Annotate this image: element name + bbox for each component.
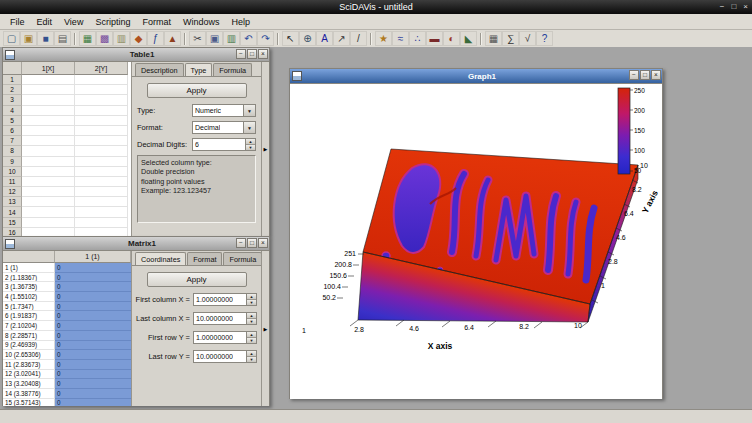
matrix-cell-selected[interactable]: 0 xyxy=(55,311,131,321)
matrix-cell-selected[interactable]: 0 xyxy=(55,360,131,370)
matrix-row-label[interactable]: 14 (3.38776) xyxy=(3,389,55,399)
matrix-column-header[interactable]: 1 (1) xyxy=(55,251,131,263)
add-text-button[interactable]: A xyxy=(316,31,333,46)
spin-down-icon[interactable]: ▼ xyxy=(247,338,256,343)
table-cell[interactable] xyxy=(22,177,75,187)
matrix-row-label[interactable]: 12 (3.02041) xyxy=(3,370,55,380)
matrix-cell-selected[interactable]: 0 xyxy=(55,331,131,341)
row-number[interactable]: 8 xyxy=(3,146,22,156)
matrix-panel-tab[interactable]: Coordinates xyxy=(135,252,186,265)
new-function-plot-button[interactable]: ƒ xyxy=(147,31,164,46)
matrix-row-label[interactable]: 5 (1.7347) xyxy=(3,302,55,312)
coordinate-spinbox[interactable]: 10.0000000 ▲▼ xyxy=(193,350,257,363)
table-cell[interactable] xyxy=(75,157,128,167)
surface-3d-plot[interactable]: 251 200.8 150.6 100.4 50.2 1 2.8 4.6 6.4… xyxy=(290,84,658,398)
save-project-button[interactable]: ■ xyxy=(37,31,54,46)
table1-titlebar[interactable]: Table1 − □ × xyxy=(3,48,269,62)
matrix-cell-selected[interactable]: 0 xyxy=(55,389,131,399)
matrix-row-label[interactable]: 6 (1.91837) xyxy=(3,311,55,321)
row-number[interactable]: 7 xyxy=(3,136,22,146)
matrix-panel-tab[interactable]: Formula xyxy=(223,252,262,265)
paste-button[interactable]: ▥ xyxy=(223,31,240,46)
sum-button[interactable]: ∑ xyxy=(502,31,519,46)
matrix-row-label[interactable]: 7 (2.10204) xyxy=(3,321,55,331)
matrix-row-label[interactable]: 11 (2.83673) xyxy=(3,360,55,370)
table-cell[interactable] xyxy=(22,126,75,136)
menu-item[interactable]: Windows xyxy=(177,14,226,29)
close-icon[interactable]: × xyxy=(743,0,748,14)
plot-wizard-button[interactable]: ★ xyxy=(375,31,392,46)
table-cell[interactable] xyxy=(75,146,128,156)
cut-button[interactable]: ✂ xyxy=(189,31,206,46)
graph1-minimize-button[interactable]: − xyxy=(629,70,639,80)
matrix-cell-selected[interactable]: 0 xyxy=(55,399,131,406)
table-cell[interactable] xyxy=(22,228,75,236)
matrix-cell-selected[interactable]: 0 xyxy=(55,341,131,351)
row-number[interactable]: 6 xyxy=(3,126,22,136)
table-cell[interactable] xyxy=(75,136,128,146)
print-button[interactable]: ▤ xyxy=(54,31,71,46)
matrix-row-label[interactable]: 15 (3.57143) xyxy=(3,399,55,406)
coordinate-spinbox[interactable]: 1.00000000 ▲▼ xyxy=(193,331,257,344)
matrix-row-label[interactable]: 13 (3.20408) xyxy=(3,379,55,389)
table-cell[interactable] xyxy=(75,85,128,95)
undo-button[interactable]: ↶ xyxy=(240,31,257,46)
table-column-header-x[interactable]: 1[X] xyxy=(22,62,75,75)
graph1-titlebar[interactable]: Graph1 − □ × xyxy=(290,69,662,84)
matrix1-close-button[interactable]: × xyxy=(258,238,268,248)
column-panel-tab[interactable]: Formula xyxy=(213,63,252,76)
table-cell[interactable] xyxy=(75,187,128,197)
table-options-button[interactable]: ▦ xyxy=(485,31,502,46)
plot-line-button[interactable]: ≈ xyxy=(392,31,409,46)
recalculate-button[interactable]: √ xyxy=(519,31,536,46)
row-number[interactable]: 10 xyxy=(3,167,22,177)
table-cell[interactable] xyxy=(22,167,75,177)
table-cell[interactable] xyxy=(22,218,75,228)
graph1-canvas[interactable]: 251 200.8 150.6 100.4 50.2 1 2.8 4.6 6.4… xyxy=(290,84,662,399)
coordinate-spinbox[interactable]: 10.0000000 ▲▼ xyxy=(193,312,257,325)
chevron-down-icon[interactable]: ▼ xyxy=(243,122,255,133)
table-cell[interactable] xyxy=(75,95,128,105)
row-number[interactable]: 2 xyxy=(3,85,22,95)
row-number[interactable]: 13 xyxy=(3,197,22,207)
new-project-button[interactable]: ▢ xyxy=(3,31,20,46)
menu-item[interactable]: Format xyxy=(136,14,177,29)
copy-button[interactable]: ▣ xyxy=(206,31,223,46)
spin-down-icon[interactable]: ▼ xyxy=(246,145,255,150)
matrix-cell-selected[interactable]: 0 xyxy=(55,379,131,389)
table-cell[interactable] xyxy=(22,85,75,95)
table-corner-cell[interactable] xyxy=(3,62,22,75)
matrix-cell-selected[interactable]: 0 xyxy=(55,302,131,312)
row-number[interactable]: 9 xyxy=(3,157,22,167)
table-cell[interactable] xyxy=(22,197,75,207)
type-combobox[interactable]: Numeric ▼ xyxy=(192,104,256,117)
apply-button[interactable]: Apply xyxy=(147,272,247,287)
panel-collapse-handle[interactable]: ▶ xyxy=(261,251,269,406)
row-number[interactable]: 12 xyxy=(3,187,22,197)
new-3d-plot-button[interactable]: ▲ xyxy=(164,31,181,46)
menu-item[interactable]: Scripting xyxy=(89,14,136,29)
table-column-header-y[interactable]: 2[Y] xyxy=(75,62,128,75)
matrix-row-label[interactable]: 9 (2.46939) xyxy=(3,341,55,351)
coordinate-spinbox[interactable]: 1.00000000 ▲▼ xyxy=(193,293,257,306)
plot-scatter-button[interactable]: ∴ xyxy=(409,31,426,46)
matrix-cell-selected[interactable]: 0 xyxy=(55,292,131,302)
row-number[interactable]: 14 xyxy=(3,207,22,217)
new-matrix-button[interactable]: ▩ xyxy=(96,31,113,46)
spin-down-icon[interactable]: ▼ xyxy=(247,319,256,324)
table-cell[interactable] xyxy=(22,136,75,146)
table-cell[interactable] xyxy=(22,106,75,116)
table-cell[interactable] xyxy=(22,75,75,85)
redo-button[interactable]: ↷ xyxy=(257,31,274,46)
plot-bar-button[interactable]: ▬ xyxy=(426,31,443,46)
table-cell[interactable] xyxy=(22,116,75,126)
row-number[interactable]: 3 xyxy=(3,95,22,105)
menu-item[interactable]: View xyxy=(58,14,89,29)
matrix-cell-selected[interactable]: 0 xyxy=(55,321,131,331)
chevron-down-icon[interactable]: ▼ xyxy=(243,105,255,116)
table-cell[interactable] xyxy=(75,126,128,136)
app-titlebar[interactable]: SciDAVis - untitled − □ × xyxy=(0,0,752,14)
graph1-restore-button[interactable]: □ xyxy=(640,70,650,80)
table1-minimize-button[interactable]: − xyxy=(236,49,246,59)
new-table-button[interactable]: ▦ xyxy=(79,31,96,46)
